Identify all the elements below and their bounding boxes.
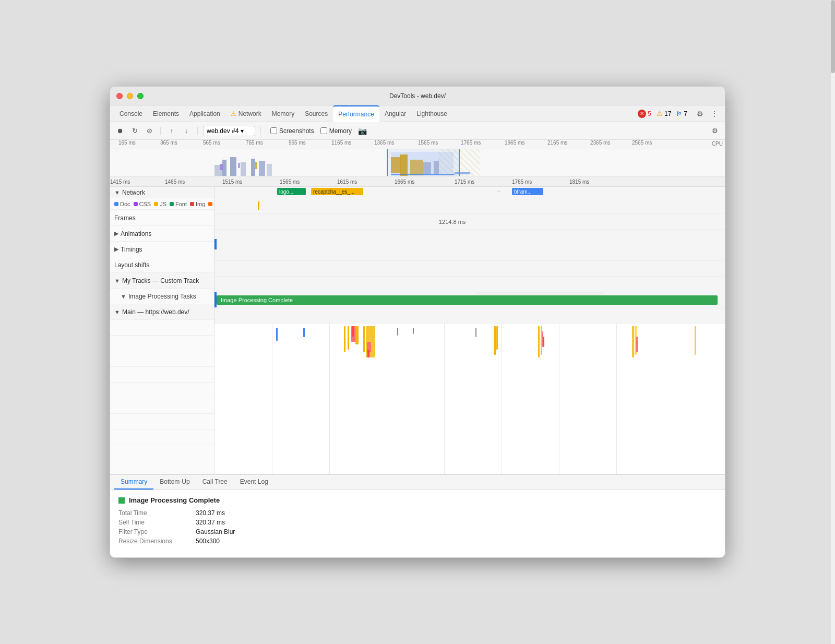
flame-bar-7d[interactable] bbox=[543, 337, 544, 347]
frames-track-label[interactable]: Frames bbox=[110, 210, 214, 226]
tab-sources[interactable]: Sources bbox=[300, 105, 333, 122]
settings-button[interactable]: ⚙ bbox=[694, 108, 706, 120]
flame-row-1 bbox=[110, 320, 214, 336]
tick2-1415: 1415 ms bbox=[110, 179, 130, 185]
tick2-1715: 1715 ms bbox=[455, 179, 474, 185]
tick-2165: 2165 ms bbox=[547, 140, 567, 146]
layout-shifts-label[interactable]: Layout shifts bbox=[110, 257, 214, 273]
chevron-down-icon: ▾ bbox=[241, 127, 244, 135]
download-button[interactable]: ↓ bbox=[181, 125, 192, 137]
timings-track-label[interactable]: ▶ Timings bbox=[110, 242, 214, 257]
tab-network[interactable]: ⚠ Network bbox=[225, 105, 267, 122]
animations-collapse-icon: ▶ bbox=[114, 230, 118, 237]
flame-bar-5[interactable] bbox=[475, 328, 476, 337]
net-bar-bframe[interactable]: bfram... bbox=[512, 188, 543, 195]
memory-checkbox[interactable]: Memory bbox=[320, 127, 352, 135]
legend-img: Img bbox=[190, 201, 205, 207]
flame-bar-group1d[interactable] bbox=[352, 326, 354, 337]
net-bar-logo[interactable]: logo... bbox=[277, 188, 306, 195]
vtick-8 bbox=[674, 324, 674, 474]
img-proc-row[interactable]: Image Processing Complete 320.37 ms Imag… bbox=[214, 292, 725, 308]
flame-bar-group1f[interactable] bbox=[363, 326, 365, 352]
flame-bar-6b[interactable] bbox=[496, 326, 498, 350]
flame-bar-8[interactable] bbox=[632, 326, 634, 357]
flame-bar-group1b[interactable] bbox=[348, 326, 349, 350]
ellipsis: ... bbox=[496, 187, 500, 193]
main-content: ▼ Network Doc CSS JS bbox=[110, 187, 725, 474]
main-section-label[interactable]: ▼ Main — https://web.dev/ bbox=[110, 304, 214, 320]
flame-bar-3[interactable] bbox=[397, 328, 398, 336]
flame-bar-group1e[interactable] bbox=[355, 326, 359, 344]
tab-performance[interactable]: Performance bbox=[333, 105, 379, 122]
profile-name: web.dev #4 bbox=[207, 127, 238, 135]
flame-bar-4[interactable] bbox=[413, 328, 414, 334]
warning-count: 17 bbox=[664, 110, 671, 117]
error-icon: ✕ bbox=[638, 110, 646, 118]
flame-bar-6[interactable] bbox=[494, 326, 496, 355]
vtick-5 bbox=[502, 324, 502, 474]
net-bar-recaptcha[interactable]: recaptcha__es_... bbox=[311, 188, 363, 195]
profile-select[interactable]: web.dev #4 ▾ bbox=[203, 126, 255, 136]
tab-bottom-up[interactable]: Bottom-Up bbox=[153, 475, 196, 490]
custom-collapse-icon: ▼ bbox=[114, 278, 120, 284]
custom-track-label[interactable]: ▼ My Tracks — Custom Track bbox=[110, 273, 214, 289]
window-title: DevTools - web.dev/ bbox=[389, 92, 446, 100]
flame-row-6 bbox=[110, 398, 214, 414]
more-button[interactable]: ⋮ bbox=[708, 108, 721, 120]
sep2 bbox=[197, 127, 198, 135]
tick2-1815: 1815 ms bbox=[569, 179, 589, 185]
flame-row-2 bbox=[110, 336, 214, 351]
img-proc-track-label[interactable]: ▼ Image Processing Tasks bbox=[110, 289, 214, 304]
minimize-button[interactable] bbox=[127, 93, 133, 99]
reload-button[interactable]: ↻ bbox=[129, 125, 140, 137]
network-track-label[interactable]: ▼ Network bbox=[110, 187, 214, 198]
tab-event-log[interactable]: Event Log bbox=[234, 475, 275, 490]
legend-doc: Doc bbox=[114, 201, 130, 207]
upload-button[interactable]: ↑ bbox=[166, 125, 177, 137]
tab-console[interactable]: Console bbox=[114, 105, 148, 122]
network-row-1: logo... recaptcha__es_... bfram... ... bbox=[214, 187, 725, 196]
flame-bar-1[interactable] bbox=[276, 328, 278, 341]
svg-rect-8 bbox=[238, 163, 240, 168]
flame-chart-area bbox=[214, 324, 725, 474]
devtools-window: DevTools - web.dev/ Console Elements App… bbox=[110, 86, 725, 558]
bottom-tabs: Summary Bottom-Up Call Tree Event Log bbox=[110, 475, 725, 490]
svg-rect-3 bbox=[241, 162, 246, 176]
info-count: 7 bbox=[684, 110, 687, 117]
flame-bar-8d[interactable] bbox=[695, 326, 696, 355]
flame-bar-2[interactable] bbox=[303, 328, 305, 337]
tab-elements[interactable]: Elements bbox=[148, 105, 184, 122]
tab-memory[interactable]: Memory bbox=[267, 105, 300, 122]
summary-filter-type: Filter Type Gaussian Blur bbox=[118, 528, 717, 535]
tab-lighthouse[interactable]: Lighthouse bbox=[411, 105, 452, 122]
perf-settings-button[interactable]: ⚙ bbox=[709, 125, 721, 137]
tick2-1465: 1465 ms bbox=[165, 179, 185, 185]
record-button[interactable]: ⏺ bbox=[114, 125, 126, 137]
info-icon: 🏳 bbox=[676, 111, 682, 117]
svg-rect-7 bbox=[220, 164, 223, 170]
svg-rect-9 bbox=[255, 162, 257, 169]
timings-collapse-icon: ▶ bbox=[114, 246, 118, 253]
maximize-button[interactable] bbox=[137, 93, 144, 99]
flame-bar-group1[interactable] bbox=[344, 326, 345, 352]
flame-bar-8c[interactable] bbox=[636, 337, 638, 352]
media-color bbox=[208, 202, 212, 206]
warning-icon: ⚠ bbox=[657, 110, 663, 117]
tick2-1665: 1665 ms bbox=[395, 179, 414, 185]
close-button[interactable] bbox=[116, 93, 123, 99]
network-warning-icon: ⚠ bbox=[231, 110, 236, 117]
tab-angular[interactable]: Angular bbox=[379, 105, 411, 122]
flame-bar-7[interactable] bbox=[538, 326, 540, 357]
tab-summary[interactable]: Summary bbox=[114, 475, 153, 490]
legend-font: Font bbox=[170, 201, 187, 207]
flame-row-7 bbox=[110, 414, 214, 430]
tab-application[interactable]: Application bbox=[184, 105, 225, 122]
custom-track-row bbox=[214, 277, 725, 292]
img-proc-complete-bar[interactable]: Image Processing Complete bbox=[217, 295, 718, 305]
clear-button[interactable]: ⊘ bbox=[144, 125, 155, 137]
timeline-overview[interactable]: 165 ms 365 ms 565 ms 765 ms 965 ms 1165 … bbox=[110, 140, 725, 176]
tab-call-tree[interactable]: Call Tree bbox=[196, 475, 234, 490]
screenshots-checkbox[interactable]: Screenshots bbox=[270, 127, 314, 135]
flame-bar-group1i[interactable] bbox=[367, 350, 369, 357]
animations-track-label[interactable]: ▶ Animations bbox=[110, 226, 214, 242]
